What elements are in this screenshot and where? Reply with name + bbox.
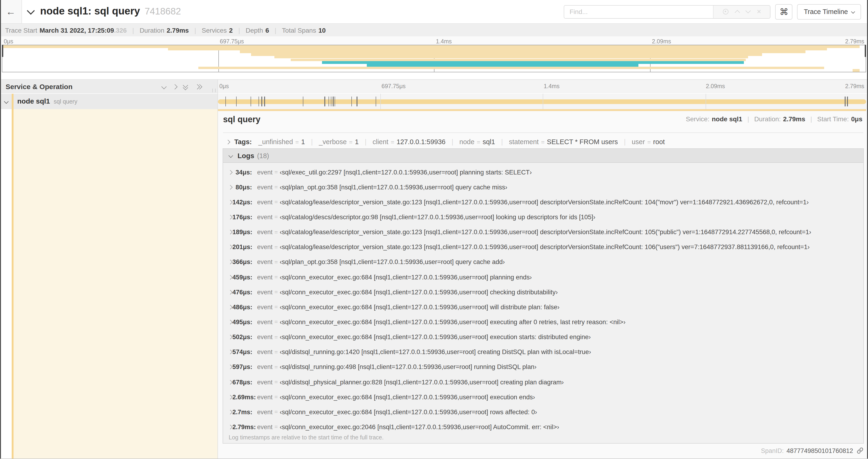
- span-color-accent: [11, 94, 13, 109]
- span-bar[interactable]: [218, 99, 866, 104]
- log-equals: =: [274, 409, 278, 415]
- log-chevron-icon: [228, 170, 232, 174]
- log-row[interactable]: 459μs:event=‹sql/conn_executor_exec.go:6…: [223, 270, 863, 285]
- find-input[interactable]: [564, 5, 713, 18]
- log-row[interactable]: 495μs:event=‹sql/conn_executor_exec.go:6…: [223, 315, 863, 330]
- log-chevron-icon: [228, 230, 232, 234]
- expand-one-icon[interactable]: [172, 84, 177, 89]
- log-timestamp: 495μs:: [232, 319, 252, 326]
- logs-count: (18): [257, 152, 269, 159]
- log-timestamp: 176μs:: [232, 214, 252, 221]
- log-message: ‹sql/catalog/descs/descriptor.go:98 [nsq…: [280, 214, 595, 221]
- keyboard-shortcuts-button[interactable]: ⌘: [775, 4, 793, 19]
- collapse-one-icon[interactable]: [162, 84, 166, 89]
- detail-span-title: sql query: [223, 115, 260, 125]
- detail-divider: [223, 132, 863, 133]
- minimap-scrubber-left[interactable]: [2, 45, 3, 57]
- log-marker-tick[interactable]: [357, 96, 358, 106]
- focus-match-icon[interactable]: [723, 9, 728, 14]
- log-timestamp: 678μs:: [232, 379, 252, 386]
- log-marker-tick[interactable]: [258, 96, 259, 106]
- logs-label: Logs: [238, 152, 254, 160]
- expand-all-icon[interactable]: [196, 84, 202, 89]
- detail-meta-item: Service:node sql1: [686, 115, 742, 123]
- log-chevron-icon: [228, 350, 232, 355]
- logs-header[interactable]: Logs (18): [223, 149, 863, 163]
- ruler-tick-label: 697.75μs: [220, 38, 244, 45]
- minimap-scrubber-right[interactable]: [865, 45, 866, 57]
- log-marker-tick[interactable]: [847, 96, 848, 106]
- span-bar-track[interactable]: [217, 94, 868, 109]
- log-row[interactable]: 2.69ms:event=‹sql/conn_executor_exec.go:…: [223, 390, 863, 404]
- log-marker-tick[interactable]: [265, 96, 265, 106]
- view-selector-label: Trace Timeline: [804, 8, 848, 15]
- log-field-key: event: [257, 379, 273, 386]
- log-marker-tick[interactable]: [335, 96, 335, 106]
- log-marker-tick[interactable]: [303, 96, 304, 106]
- log-marker-tick[interactable]: [324, 96, 325, 106]
- log-row[interactable]: 597μs:event=‹sql/distsql_running.go:498 …: [223, 360, 863, 374]
- log-marker-tick[interactable]: [329, 96, 329, 106]
- summary-item: Total Spans10: [282, 26, 326, 34]
- log-marker-tick[interactable]: [351, 96, 352, 106]
- log-row[interactable]: 574μs:event=‹sql/distsql_running.go:1420…: [223, 345, 863, 359]
- log-row[interactable]: 502μs:event=‹sql/conn_executor_exec.go:6…: [223, 330, 863, 345]
- column-divider[interactable]: [217, 79, 218, 459]
- log-message: ‹sql/conn_executor_exec.go:2046 [nsql1,c…: [280, 424, 559, 431]
- span-operation-name: sql query: [54, 98, 77, 105]
- collapse-all-icon[interactable]: [183, 84, 189, 89]
- next-match-icon[interactable]: [745, 8, 751, 13]
- log-row[interactable]: 34μs:event=‹sql/exec_util.go:2297 [nsql1…: [223, 165, 863, 179]
- log-row[interactable]: 486μs:event=‹sql/conn_executor_exec.go:6…: [223, 300, 863, 315]
- link-icon[interactable]: [857, 447, 863, 454]
- ruler-tick-label: 697.75μs: [381, 83, 406, 90]
- log-row[interactable]: 2.7ms:event=‹sql/conn_executor_exec.go:6…: [223, 405, 863, 420]
- minimap-span: [240, 51, 805, 53]
- collapse-controls: [162, 80, 202, 93]
- summary-item: Duration2.79ms: [140, 26, 189, 34]
- log-marker-tick[interactable]: [845, 96, 845, 106]
- minimap-ruler: 0μs697.75μs1.4ms2.09ms2.79ms: [2, 38, 866, 45]
- collapse-trace-chevron-icon[interactable]: [27, 7, 35, 15]
- log-chevron-icon: [228, 335, 232, 339]
- log-field-key: event: [257, 214, 273, 221]
- log-message: ‹sql/plan_opt.go:358 [nsql1,client=127.0…: [280, 259, 505, 266]
- log-row[interactable]: 142μs:event=‹sql/catalog/lease/descripto…: [223, 195, 863, 210]
- log-field-key: event: [257, 333, 273, 340]
- log-row[interactable]: 476μs:event=‹sql/conn_executor_exec.go:6…: [223, 285, 863, 299]
- chevron-down-icon: [851, 10, 855, 14]
- log-timestamp: 486μs:: [232, 304, 252, 311]
- log-timestamp: 189μs:: [232, 229, 252, 236]
- minimap-span: [367, 64, 639, 66]
- log-marker-tick[interactable]: [376, 96, 376, 106]
- header-controls: × ⌘ Trace Timeline: [564, 0, 861, 23]
- prev-match-icon[interactable]: [735, 10, 740, 15]
- find-buttons: ×: [713, 5, 770, 18]
- tags-row[interactable]: Tags: _unfinished=1|_verbose=1|client=12…: [223, 137, 863, 147]
- log-equals: =: [274, 304, 278, 310]
- log-marker-tick[interactable]: [331, 96, 332, 106]
- log-row[interactable]: 176μs:event=‹sql/catalog/descs/descripto…: [223, 210, 863, 225]
- log-row[interactable]: 2.79ms:event=‹sql/conn_executor_exec.go:…: [223, 420, 863, 434]
- window-left-edge: [0, 0, 1, 459]
- span-name-column[interactable]: node sql1 sql query: [0, 94, 217, 109]
- span-row[interactable]: node sql1 sql query: [0, 94, 868, 109]
- log-marker-tick[interactable]: [225, 96, 226, 106]
- log-marker-tick[interactable]: [236, 96, 237, 106]
- log-field-key: event: [257, 259, 273, 266]
- minimap-canvas[interactable]: [2, 45, 866, 72]
- back-button[interactable]: ←: [0, 0, 22, 23]
- trace-view-selector[interactable]: Trace Timeline: [797, 4, 861, 19]
- log-marker-tick[interactable]: [251, 96, 251, 106]
- log-row[interactable]: 201μs:event=‹sql/catalog/lease/descripto…: [223, 239, 863, 255]
- log-marker-tick[interactable]: [333, 96, 334, 106]
- span-collapse-chevron-icon[interactable]: [4, 99, 9, 104]
- column-resizer-grip[interactable]: [212, 89, 216, 92]
- log-marker-tick[interactable]: [261, 96, 262, 106]
- log-row[interactable]: 189μs:event=‹sql/catalog/lease/descripto…: [223, 225, 863, 239]
- log-row[interactable]: 366μs:event=‹sql/plan_opt.go:358 [nsql1,…: [223, 255, 863, 270]
- clear-find-icon[interactable]: ×: [757, 8, 762, 15]
- log-row[interactable]: 80μs:event=‹sql/plan_opt.go:358 [nsql1,c…: [223, 179, 863, 195]
- log-row[interactable]: 678μs:event=‹sql/distsql_physical_planne…: [223, 374, 863, 390]
- log-equals: =: [274, 259, 278, 265]
